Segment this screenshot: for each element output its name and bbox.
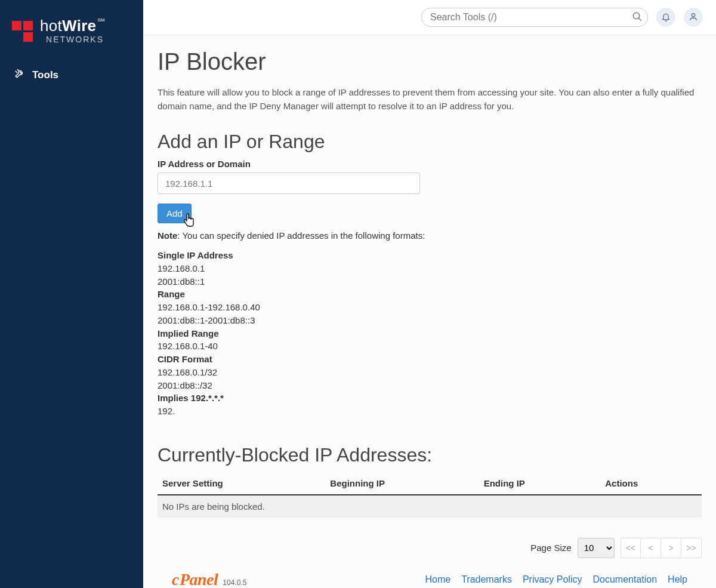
blocked-empty-message: No IPs are being blocked. [158,495,702,518]
footer-brand[interactable]: cPanel 104.0.5 [172,570,246,588]
format-title: Implies 192.*.*.* [158,392,702,405]
sidebar: hotWireSM NETWORKS Tools [0,0,143,588]
format-example: 192.168.0.1-192.168.0.40 [158,301,702,314]
format-list: Single IP Address192.168.0.12001:db8::1R… [158,249,702,418]
format-title: Range [158,288,702,301]
sidebar-item-tools[interactable]: Tools [0,62,143,88]
page-description: This feature will allow you to block a r… [158,86,695,113]
page-size-select[interactable]: 10 [578,538,615,558]
search-icon [632,11,643,24]
table-header: Actions [600,472,702,495]
format-example: 192.168.0.1-40 [158,340,702,353]
tools-icon [14,68,25,82]
format-example: 192. [158,405,702,418]
pager-first[interactable]: << [621,538,641,558]
add-ip-heading: Add an IP or Range [158,131,702,153]
version-text: 104.0.5 [223,578,246,587]
footer-link-home[interactable]: Home [425,574,450,585]
note-text: Note: You can specify denied IP addresse… [158,230,702,241]
brand-logo-mark [12,21,33,42]
format-title: Single IP Address [158,249,702,262]
page-title: IP Blocker [158,48,702,75]
brand-logo-text: hotWireSM NETWORKS [40,18,105,44]
format-example: 2001:db8::/32 [158,379,702,392]
table-header: Beginning IP [325,472,479,495]
account-button[interactable] [684,8,703,27]
svg-line-1 [638,18,641,21]
bell-icon [661,12,671,23]
sidebar-item-label: Tools [32,69,58,81]
user-icon [689,12,698,23]
search-input[interactable] [421,8,648,27]
blocked-heading: Currently-Blocked IP Addresses: [158,444,702,466]
footer-links: HomeTrademarksPrivacy PolicyDocumentatio… [425,574,687,585]
table-header: Ending IP [479,472,601,495]
table-header: Server Setting [158,472,325,495]
format-example: 2001:db8::1-2001:db8::3 [158,314,702,327]
format-title: Implied Range [158,327,702,340]
pager-next[interactable]: > [661,538,681,558]
format-example: 192.168.0.1 [158,262,702,275]
pager-prev[interactable]: < [641,538,661,558]
pager-last[interactable]: >> [681,538,702,558]
search-button[interactable] [630,10,644,24]
notifications-button[interactable] [656,8,675,27]
ip-address-input[interactable] [158,173,420,194]
format-example: 192.168.0.1/32 [158,366,702,379]
brand-logo[interactable]: hotWireSM NETWORKS [0,11,143,62]
format-example: 2001:db8::1 [158,275,702,288]
top-bar [143,0,716,35]
format-title: CIDR Format [158,353,702,366]
footer-link-privacy-policy[interactable]: Privacy Policy [523,574,582,585]
pager: Page Size 10 <<<>>> [158,538,702,565]
svg-point-2 [692,13,695,16]
svg-point-0 [633,13,640,19]
ip-input-label: IP Address or Domain [158,159,702,169]
add-button[interactable]: Add [158,204,192,223]
cpanel-logo: cPanel [172,570,218,588]
blocked-table: Server SettingBeginning IPEnding IPActio… [158,472,702,518]
footer-link-help[interactable]: Help [668,574,687,585]
footer-link-documentation[interactable]: Documentation [592,574,657,585]
page-size-label: Page Size [530,543,571,553]
footer-link-trademarks[interactable]: Trademarks [461,574,512,585]
